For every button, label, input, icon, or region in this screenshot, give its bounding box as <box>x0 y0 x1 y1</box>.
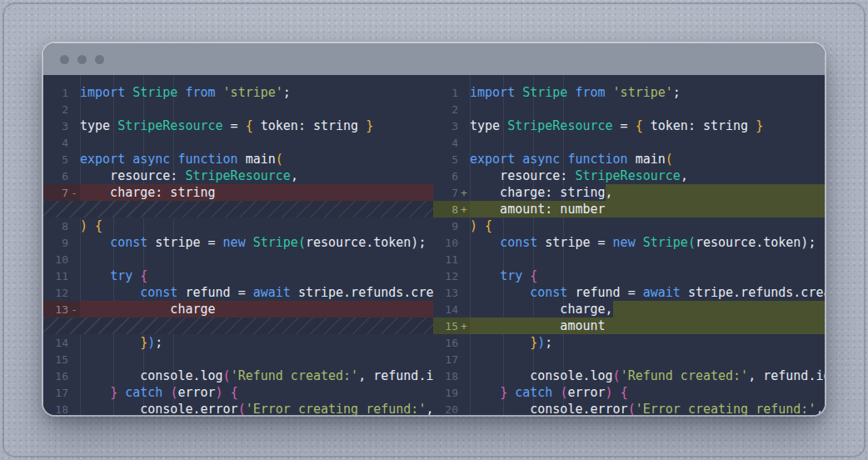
code-token: Stripe <box>132 84 177 101</box>
code-token: { <box>621 384 628 401</box>
code-token: stripe.refunds.create <box>291 284 433 301</box>
code-line: 10 const stripe = new Stripe(resource.to… <box>433 234 825 251</box>
line-gutter: 19 <box>433 384 470 401</box>
line-number: 12 <box>55 287 68 299</box>
line-number: 16 <box>55 370 68 382</box>
code-token: ( <box>628 401 636 415</box>
code-token: } <box>756 118 763 134</box>
code-text: } catch (error) { <box>80 384 433 401</box>
code-token: console.log <box>80 368 223 384</box>
line-number: 4 <box>62 137 68 149</box>
code-token <box>507 384 515 401</box>
code-token: } <box>110 384 117 401</box>
code-token <box>80 284 140 301</box>
code-text: try { <box>470 268 825 284</box>
code-line: 8) { <box>43 218 433 234</box>
code-token: StripeResource <box>507 118 612 134</box>
code-token: error <box>177 384 215 401</box>
line-number: 10 <box>445 237 458 249</box>
line-number: 14 <box>55 337 68 349</box>
code-text: console.log('Refund created:', refund.id… <box>80 368 433 384</box>
code-token: new <box>223 234 246 251</box>
line-number: 20 <box>445 403 458 416</box>
code-token: error <box>567 384 605 401</box>
code-line: 11 try { <box>43 268 433 284</box>
code-line: 8+ amount: number <box>433 201 825 218</box>
minimize-window-icon[interactable] <box>77 55 87 64</box>
code-token: 'stripe' <box>223 84 283 101</box>
code-token: refund = <box>177 284 252 301</box>
code-token: await <box>643 284 681 301</box>
code-text: charge, <box>470 301 825 318</box>
code-token: StripeResource <box>575 168 680 184</box>
code-token: await <box>253 284 291 301</box>
code-token <box>470 384 500 401</box>
code-token: catch <box>125 384 162 401</box>
code-line: 4 <box>43 134 433 151</box>
code-token <box>80 334 140 351</box>
code-line: 5export async function main( <box>43 151 433 168</box>
code-token: export async function <box>470 151 628 168</box>
code-text <box>470 351 825 368</box>
line-gutter: 20 <box>433 401 470 415</box>
code-line: 18 console.error('Error creating refund:… <box>43 401 433 415</box>
code-token: charge, <box>470 301 613 318</box>
code-token: Stripe <box>522 84 567 101</box>
code-text <box>80 251 433 268</box>
line-number: 5 <box>451 153 458 166</box>
code-text: charge: string, <box>470 184 825 201</box>
code-token: token: string <box>643 118 756 134</box>
line-gutter: 3 <box>433 118 470 134</box>
line-number: 9 <box>451 220 458 232</box>
line-gutter: 8+ <box>433 201 470 218</box>
code-line: 1import Stripe from 'stripe'; <box>433 84 825 101</box>
code-token: resource: <box>470 168 575 184</box>
code-text: charge <box>80 301 433 318</box>
line-gutter: 8 <box>43 218 80 234</box>
code-token: 'stripe' <box>613 84 673 101</box>
code-line: 15 <box>43 351 433 368</box>
code-line: 2 <box>43 101 433 118</box>
code-token <box>470 334 530 351</box>
code-token: { <box>140 268 147 284</box>
code-line: 13- charge <box>43 301 433 318</box>
line-number: 17 <box>55 387 68 399</box>
line-number: 1 <box>62 87 68 99</box>
line-gutter: 18 <box>43 401 80 415</box>
close-window-icon[interactable] <box>60 55 69 64</box>
code-text: resource: StripeResource, <box>470 168 825 184</box>
code-token: from <box>185 84 215 101</box>
code-line: 16 console.log('Refund created:', refund… <box>43 368 433 384</box>
line-gutter: 5 <box>433 151 470 168</box>
line-gutter: 15+ <box>433 318 470 334</box>
code-line: 1import Stripe from 'stripe'; <box>43 84 433 101</box>
line-number: 3 <box>62 120 68 132</box>
diff-pane-modified[interactable]: 1import Stripe from 'stripe';23type Stri… <box>433 75 825 415</box>
code-token: console.log <box>470 368 613 384</box>
line-gutter: 5 <box>43 151 80 168</box>
code-token <box>552 384 560 401</box>
code-token <box>216 84 223 101</box>
code-line: 7+ charge: string, <box>433 184 825 201</box>
code-token <box>80 384 110 401</box>
code-line: 17 } catch (error) { <box>43 384 433 401</box>
diff-marker: + <box>458 320 470 332</box>
diff-spacer-row <box>43 318 433 334</box>
code-token: ) <box>147 334 155 351</box>
line-gutter: 11 <box>43 268 80 284</box>
code-token: = <box>223 118 246 134</box>
code-token <box>606 84 613 101</box>
line-gutter: 17 <box>43 384 80 401</box>
window-titlebar[interactable] <box>43 43 825 75</box>
line-gutter: 14 <box>433 301 470 318</box>
line-number: 15 <box>445 320 458 332</box>
code-token <box>567 84 575 101</box>
diff-pane-original[interactable]: 1import Stripe from 'stripe';23type Stri… <box>43 75 433 415</box>
maximize-window-icon[interactable] <box>95 55 104 64</box>
code-token: ) <box>216 384 223 401</box>
inline-added-highlight: , <box>606 184 825 201</box>
line-number: 14 <box>445 303 458 316</box>
code-token: amount: number <box>470 201 606 218</box>
code-token <box>125 84 132 101</box>
code-token: ( <box>223 368 231 384</box>
